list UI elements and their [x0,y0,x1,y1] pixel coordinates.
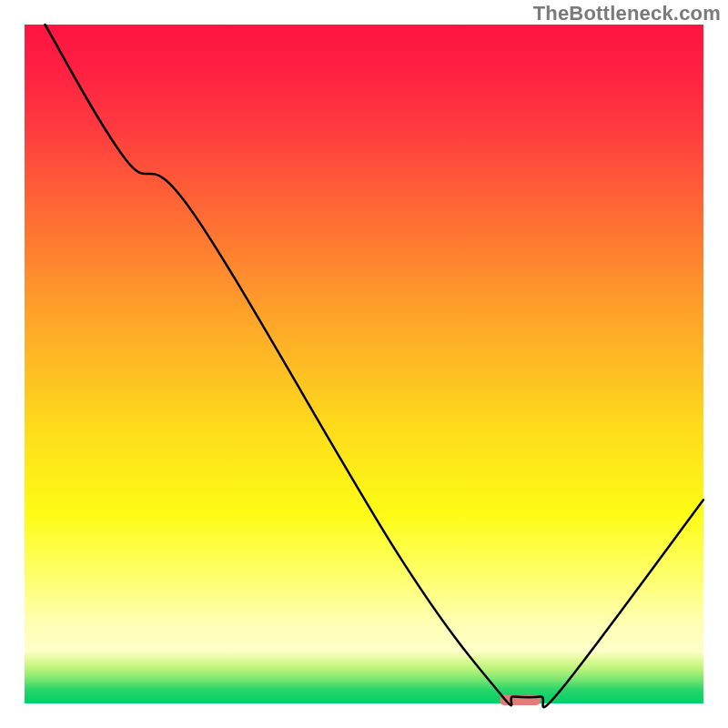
watermark-text: TheBottleneck.com [533,2,721,25]
gradient-background [25,25,703,703]
chart-canvas: TheBottleneck.com [0,0,728,728]
chart-svg [0,0,728,728]
plot-area [25,25,703,707]
